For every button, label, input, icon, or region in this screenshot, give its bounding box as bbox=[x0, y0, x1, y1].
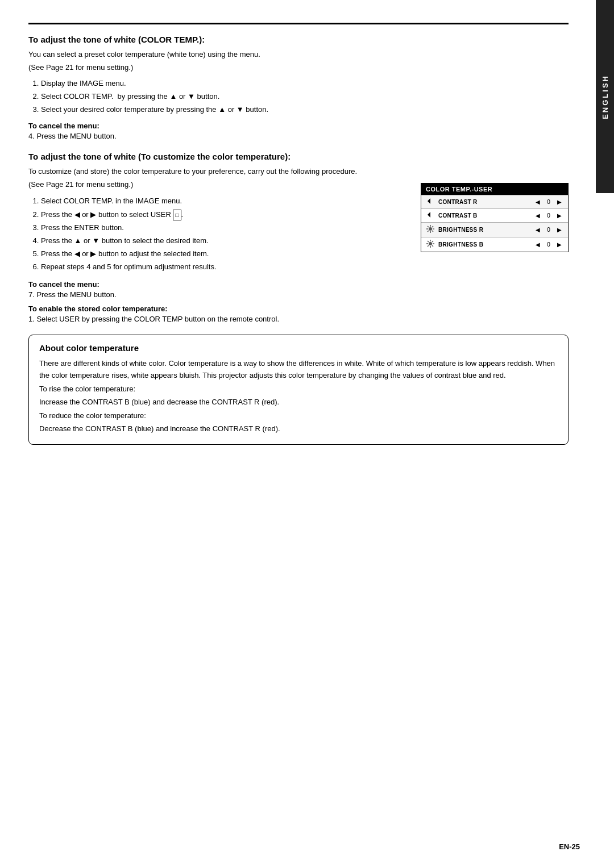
section2-step1: Select COLOR TEMP. in the IMAGE menu. bbox=[41, 195, 404, 207]
menu-label-contrast-b: CONTRAST B bbox=[436, 212, 533, 219]
section2-intros: To customize (and store) the color tempe… bbox=[28, 166, 404, 191]
about-para-5: Decrease the CONTRAST B (blue) and incre… bbox=[39, 423, 558, 435]
section1-intro1: You can select a preset color temperatur… bbox=[28, 49, 569, 61]
page-number: EN-25 bbox=[559, 842, 580, 851]
section2-enable-step: 1. Select USER by pressing the COLOR TEM… bbox=[28, 315, 404, 323]
svg-marker-0 bbox=[428, 198, 430, 204]
section1-body: You can select a preset color temperatur… bbox=[28, 49, 569, 74]
section2-step6: Repeat steps 4 and 5 for optimum adjustm… bbox=[41, 261, 404, 273]
section2-enable-title: To enable the stored color temperature: bbox=[28, 304, 404, 313]
svg-point-2 bbox=[429, 227, 432, 231]
menu-label-brightness-r: BRIGHTNESS R bbox=[436, 227, 533, 233]
section2-intro2: (See Page 21 for menu setting.) bbox=[28, 179, 404, 191]
sidebar-english-label: ENGLISH bbox=[596, 0, 614, 193]
moon-icon-b bbox=[427, 211, 434, 218]
section1-cancel-title: To cancel the menu: bbox=[28, 122, 569, 130]
menu-arrow-left-contrast-r: ◀ bbox=[533, 199, 543, 205]
svg-point-11 bbox=[429, 242, 432, 245]
moon-icon bbox=[427, 198, 434, 205]
menu-table-header: COLOR TEMP.-USER bbox=[421, 183, 568, 195]
svg-line-18 bbox=[432, 241, 433, 242]
brightness-b-icon bbox=[425, 240, 436, 249]
section1-title: To adjust the tone of white (COLOR TEMP.… bbox=[28, 35, 569, 44]
top-border bbox=[28, 23, 569, 24]
menu-label-contrast-r: CONTRAST R bbox=[436, 199, 533, 205]
section2-col-right: COLOR TEMP.-USER CONTRAST R ◀ 0 ▶ bbox=[421, 183, 569, 252]
menu-value-brightness-b: 0 bbox=[543, 241, 554, 248]
section2-two-col: To customize (and store) the color tempe… bbox=[28, 166, 569, 323]
sun-icon-b bbox=[426, 240, 434, 248]
brightness-r-icon bbox=[425, 225, 436, 235]
section1-step1: Display the IMAGE menu. bbox=[41, 77, 569, 90]
menu-value-contrast-b: 0 bbox=[543, 212, 554, 219]
section2-cancel-title: To cancel the menu: bbox=[28, 280, 404, 289]
svg-line-8 bbox=[432, 231, 433, 232]
about-para-2: To rise the color temperature: bbox=[39, 383, 558, 395]
contrast-r-icon bbox=[425, 198, 436, 206]
section2-enable: To enable the stored color temperature: … bbox=[28, 304, 404, 323]
menu-arrow-right-contrast-b: ▶ bbox=[554, 212, 565, 219]
about-para-3: Increase the CONTRAST B (blue) and decre… bbox=[39, 396, 558, 408]
section2-step4: Press the or button to select the desire… bbox=[41, 235, 404, 247]
section2-steps-list: Select COLOR TEMP. in the IMAGE menu. Pr… bbox=[41, 195, 404, 273]
page-container: ENGLISH To adjust the tone of white (COL… bbox=[0, 0, 614, 868]
section2-title: To adjust the tone of white (To customiz… bbox=[28, 152, 569, 161]
section2-cancel: To cancel the menu: 7. Press the MENU bu… bbox=[28, 280, 404, 299]
about-color-temperature-box: About color temperature There are differ… bbox=[28, 335, 569, 445]
menu-arrow-right-brightness-r: ▶ bbox=[554, 227, 565, 233]
svg-line-16 bbox=[428, 241, 429, 242]
menu-row-brightness-b: BRIGHTNESS B ◀ 0 ▶ bbox=[421, 237, 568, 252]
svg-line-17 bbox=[432, 245, 433, 247]
menu-row-contrast-b: CONTRAST B ◀ 0 ▶ bbox=[421, 208, 568, 222]
svg-marker-1 bbox=[428, 212, 430, 218]
section1-step2: Select COLOR TEMP. by pressing the or bu… bbox=[41, 90, 569, 103]
about-para-1: There are different kinds of white color… bbox=[39, 357, 558, 382]
section1-step3: Select your desired color temperature by… bbox=[41, 103, 569, 116]
section1-cancel-step: 4. Press the MENU button. bbox=[28, 132, 569, 140]
section2-step5: Press the or button to adjust the select… bbox=[41, 248, 404, 260]
svg-line-10 bbox=[428, 231, 429, 232]
menu-row-contrast-r: CONTRAST R ◀ 0 ▶ bbox=[421, 195, 568, 208]
section1-cancel: To cancel the menu: 4. Press the MENU bu… bbox=[28, 122, 569, 140]
menu-arrow-right-brightness-b: ▶ bbox=[554, 241, 565, 248]
menu-arrow-left-brightness-r: ◀ bbox=[533, 227, 543, 233]
section2-step2: Press the or button to select USER □. bbox=[41, 208, 404, 221]
contrast-b-icon bbox=[425, 211, 436, 220]
svg-line-19 bbox=[428, 245, 429, 247]
section2-step3: Press the ENTER button. bbox=[41, 222, 404, 234]
svg-line-9 bbox=[432, 226, 433, 227]
menu-arrow-right-contrast-r: ▶ bbox=[554, 199, 565, 205]
menu-value-brightness-r: 0 bbox=[543, 227, 554, 233]
menu-arrow-left-contrast-b: ◀ bbox=[533, 212, 543, 219]
section1: To adjust the tone of white (COLOR TEMP.… bbox=[28, 35, 569, 140]
section2: To adjust the tone of white (To customiz… bbox=[28, 152, 569, 323]
svg-line-7 bbox=[428, 226, 429, 227]
section2-intro1: To customize (and store) the color tempe… bbox=[28, 166, 404, 178]
menu-arrow-left-brightness-b: ◀ bbox=[533, 241, 543, 248]
section1-steps-list: Display the IMAGE menu. Select COLOR TEM… bbox=[41, 77, 569, 116]
about-title: About color temperature bbox=[39, 343, 558, 353]
section1-intro2: (See Page 21 for menu setting.) bbox=[28, 62, 569, 74]
sun-icon-r bbox=[426, 225, 434, 233]
sidebar-text: ENGLISH bbox=[601, 74, 609, 119]
menu-label-brightness-b: BRIGHTNESS B bbox=[436, 241, 533, 248]
color-temp-menu: COLOR TEMP.-USER CONTRAST R ◀ 0 ▶ bbox=[421, 183, 569, 252]
menu-row-brightness-r: BRIGHTNESS R ◀ 0 ▶ bbox=[421, 222, 568, 237]
section2-col-left: To customize (and store) the color tempe… bbox=[28, 166, 404, 323]
section2-cancel-step: 7. Press the MENU button. bbox=[28, 290, 404, 299]
about-para-4: To reduce the color temperature: bbox=[39, 410, 558, 422]
menu-value-contrast-r: 0 bbox=[543, 199, 554, 205]
